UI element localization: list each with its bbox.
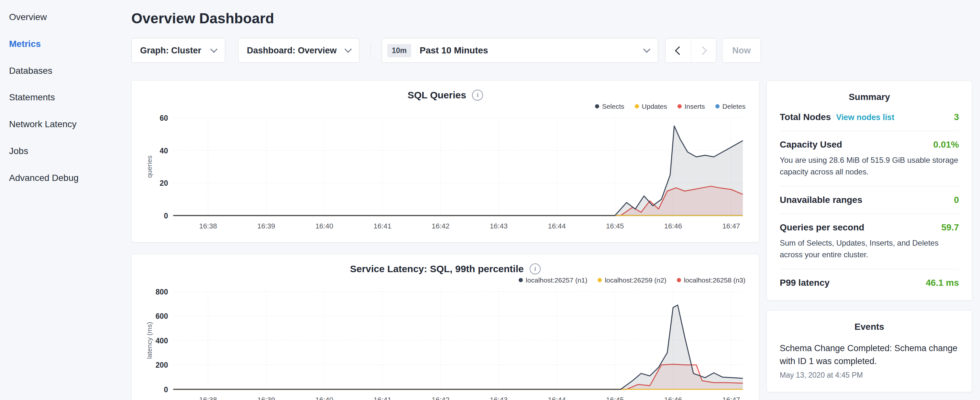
- summary-row-total-nodes: Total Nodes View nodes list 3: [780, 112, 959, 122]
- svg-text:16:43: 16:43: [490, 222, 508, 230]
- svg-text:16:41: 16:41: [373, 396, 391, 400]
- sql-queries-chart: 16:3816:3916:4016:4116:4216:4316:4416:45…: [143, 113, 748, 236]
- time-next-button[interactable]: [691, 38, 716, 62]
- sidebar-item-advanced-debug[interactable]: Advanced Debug: [9, 165, 127, 191]
- chart-legend: SelectsUpdatesInsertsDeletes: [143, 102, 745, 111]
- svg-text:16:44: 16:44: [548, 222, 566, 230]
- dashboard-dropdown-label: Dashboard: Overview: [247, 46, 337, 56]
- view-nodes-link[interactable]: View nodes list: [836, 113, 894, 122]
- svg-text:0: 0: [164, 212, 168, 220]
- summary-label: Queries per second: [780, 222, 864, 233]
- now-button[interactable]: Now: [722, 38, 761, 63]
- svg-text:0: 0: [164, 386, 168, 394]
- toolbar: Graph: Cluster Dashboard: Overview 10m P…: [131, 38, 767, 63]
- svg-text:800: 800: [156, 288, 168, 296]
- events-panel: Events Schema Change Completed: Schema c…: [767, 310, 972, 392]
- legend-label: localhost:26258 (n3): [684, 276, 745, 284]
- svg-text:queries: queries: [146, 155, 153, 178]
- dashboard-dropdown[interactable]: Dashboard: Overview: [238, 38, 360, 63]
- legend-item[interactable]: localhost:26258 (n3): [677, 276, 745, 284]
- summary-label: Total Nodes: [780, 112, 831, 122]
- chart-legend: localhost:26257 (n1)localhost:26259 (n2)…: [143, 276, 745, 284]
- legend-dot-icon: [635, 104, 639, 108]
- svg-text:16:47: 16:47: [722, 222, 740, 230]
- svg-text:16:38: 16:38: [199, 222, 217, 230]
- svg-text:200: 200: [156, 361, 168, 369]
- svg-text:16:45: 16:45: [606, 396, 624, 400]
- event-timestamp: May 13, 2020 at 4:45 PM: [780, 371, 959, 379]
- legend-dot-icon: [595, 104, 599, 108]
- events-title: Events: [780, 322, 959, 332]
- divider: [780, 186, 959, 186]
- legend-item[interactable]: localhost:26257 (n1): [519, 276, 587, 284]
- app-root: Overview Metrics Databases Statements Ne…: [0, 0, 980, 400]
- sidebar: Overview Metrics Databases Statements Ne…: [0, 0, 127, 400]
- graph-scope-dropdown-label: Graph: Cluster: [140, 46, 201, 56]
- chart-title: Service Latency: SQL, 99th percentile: [350, 263, 524, 275]
- svg-text:16:46: 16:46: [664, 396, 682, 400]
- chart-title: SQL Queries: [408, 89, 466, 101]
- svg-text:600: 600: [156, 312, 168, 320]
- legend-dot-icon: [715, 104, 719, 108]
- time-pager: [665, 38, 716, 63]
- svg-text:400: 400: [156, 336, 168, 345]
- svg-text:16:43: 16:43: [490, 396, 508, 400]
- graph-scope-dropdown[interactable]: Graph: Cluster: [131, 38, 225, 63]
- legend-label: Selects: [602, 103, 624, 110]
- svg-text:16:40: 16:40: [315, 222, 333, 230]
- sidebar-item-statements[interactable]: Statements: [9, 84, 127, 111]
- page-title: Overview Dashboard: [131, 10, 767, 27]
- summary-description: You are using 28.6 MiB of 515.9 GiB usab…: [780, 155, 959, 178]
- summary-row-queries-per-second: Queries per second 59.7 Sum of Selects, …: [780, 222, 959, 261]
- service-latency-chart: 16:3816:3916:4016:4116:4216:4316:4416:45…: [143, 287, 748, 400]
- legend-item[interactable]: Updates: [635, 102, 667, 111]
- info-icon[interactable]: i: [472, 90, 483, 100]
- time-prev-button[interactable]: [665, 38, 691, 62]
- sidebar-item-jobs[interactable]: Jobs: [9, 138, 127, 165]
- info-icon[interactable]: i: [530, 263, 541, 274]
- chevron-down-icon: [643, 46, 651, 53]
- summary-row-p99-latency: P99 latency 46.1 ms: [780, 278, 959, 288]
- legend-label: Updates: [642, 103, 667, 110]
- svg-text:40: 40: [160, 146, 168, 155]
- chevron-left-icon: [675, 46, 684, 55]
- summary-label: P99 latency: [780, 278, 830, 288]
- time-range-badge: 10m: [387, 44, 411, 57]
- sidebar-item-overview[interactable]: Overview: [9, 4, 127, 31]
- legend-dot-icon: [519, 278, 523, 282]
- legend-dot-icon: [677, 278, 681, 282]
- chevron-down-icon: [210, 46, 218, 53]
- legend-dot-icon: [678, 104, 682, 108]
- svg-text:16:42: 16:42: [431, 222, 449, 230]
- summary-row-capacity-used: Capacity Used 0.01% You are using 28.6 M…: [780, 139, 959, 178]
- time-range-picker[interactable]: 10m Past 10 Minutes: [382, 38, 658, 63]
- right-column: Summary Total Nodes View nodes list 3 Ca…: [767, 0, 980, 400]
- svg-text:16:45: 16:45: [606, 222, 624, 230]
- svg-text:16:47: 16:47: [722, 396, 740, 400]
- toolbar-divider: [371, 43, 371, 58]
- svg-text:16:42: 16:42: [431, 396, 449, 400]
- svg-text:16:39: 16:39: [257, 396, 275, 400]
- legend-label: Inserts: [685, 103, 705, 110]
- legend-item[interactable]: Selects: [595, 102, 624, 111]
- sidebar-item-databases[interactable]: Databases: [9, 57, 127, 84]
- summary-label: Unavailable ranges: [780, 195, 862, 205]
- legend-label: localhost:26259 (n2): [605, 276, 666, 284]
- chevron-down-icon: [345, 46, 352, 53]
- sidebar-item-metrics[interactable]: Metrics: [9, 31, 127, 57]
- legend-item[interactable]: Inserts: [678, 102, 705, 111]
- legend-item[interactable]: Deletes: [715, 102, 745, 111]
- sidebar-item-network-latency[interactable]: Network Latency: [9, 111, 127, 138]
- legend-item[interactable]: localhost:26259 (n2): [598, 276, 666, 284]
- legend-label: Deletes: [722, 103, 745, 110]
- event-item[interactable]: Schema Change Completed: Schema change w…: [780, 342, 959, 379]
- divider: [780, 214, 959, 214]
- main-content: Overview Dashboard Graph: Cluster Dashbo…: [127, 0, 767, 400]
- svg-text:16:40: 16:40: [315, 396, 333, 400]
- svg-text:60: 60: [160, 114, 168, 122]
- summary-value: 46.1 ms: [926, 278, 959, 288]
- svg-text:latency (ms): latency (ms): [146, 322, 153, 359]
- summary-description: Sum of Selects, Updates, Inserts, and De…: [780, 237, 959, 261]
- summary-value: 0: [954, 195, 959, 205]
- sql-queries-chart-panel: SQL Queries i SelectsUpdatesInsertsDelet…: [131, 80, 759, 242]
